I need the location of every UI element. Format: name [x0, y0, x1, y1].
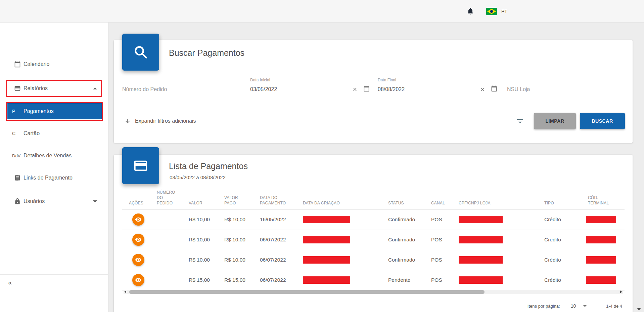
start-date-label: Data Inicial: [250, 78, 370, 84]
payments-table-body: R$ 10,00R$ 10,0016/05/2022ConfirmadoPOSC…: [122, 209, 625, 290]
caret-up-icon: [93, 87, 97, 89]
cell-cpf_cnpj_loja: [456, 209, 542, 230]
sidebar-item-calendario[interactable]: Calendário: [0, 56, 108, 72]
page-title: Buscar Pagamentos: [169, 48, 244, 58]
expand-filters-label: Expandir filtros adicionais: [135, 118, 196, 124]
redacted-value: [459, 276, 503, 284]
clear-start-date-icon[interactable]: [352, 86, 358, 92]
table-row: R$ 15,00R$ 15,0006/07/2022PendentePOSCré…: [122, 270, 625, 290]
cell-tipo: Crédito: [542, 209, 585, 230]
redacted-value: [586, 216, 616, 223]
column-header-cod_terminal: CÓD. TERMINAL: [585, 185, 625, 209]
cell-canal: POS: [428, 250, 456, 270]
start-date-input[interactable]: [250, 86, 349, 92]
arrow-down-icon: [124, 118, 131, 124]
scroll-left-arrow-icon[interactable]: [124, 290, 126, 293]
collapse-sidebar-button[interactable]: «: [8, 279, 12, 286]
search-payments-card: Buscar Pagamentos Data Inicial Data Fina…: [114, 40, 633, 143]
cartao-letter-icon: C: [12, 131, 21, 136]
cell-valor_pago: R$ 15,00: [222, 270, 257, 290]
cell-cod_terminal: [585, 230, 625, 250]
view-payment-button[interactable]: [132, 213, 144, 226]
cell-data_pagamento: 16/05/2022: [257, 209, 300, 230]
column-header-acoes: AÇÕES: [122, 185, 154, 209]
payments-table: AÇÕESNÚMERO DO PEDIDOVALORVALOR PAGODATA…: [122, 185, 625, 290]
cell-cpf_cnpj_loja: [456, 270, 542, 290]
cell-numero_pedido: [154, 250, 186, 270]
column-header-data_criacao: DATA DA CRIAÇÃO: [300, 185, 385, 209]
sidebar-item-pagamentos[interactable]: P Pagamentos: [7, 103, 102, 119]
end-date-input[interactable]: [378, 86, 477, 92]
sidebar-item-detalhes-de-vendas[interactable]: DdV Detalhes de Vendas: [0, 148, 108, 164]
list-date-range: 03/05/2022 a 08/08/2022: [170, 174, 226, 180]
cell-numero_pedido: [154, 270, 186, 290]
language-label[interactable]: PT: [501, 9, 507, 14]
cell-canal: POS: [428, 209, 456, 230]
notifications-bell-icon[interactable]: [466, 7, 474, 15]
cell-status: Confirmado: [385, 250, 428, 270]
cell-status: Pendente: [385, 270, 428, 290]
table-row: R$ 10,00R$ 10,0006/07/2022ConfirmadoPOSC…: [122, 250, 625, 270]
cell-cpf_cnpj_loja: [456, 250, 542, 270]
sidebar-item-label: Relatórios: [24, 85, 48, 91]
eye-icon: [135, 216, 142, 223]
cell-cod_terminal: [585, 250, 625, 270]
sidebar-item-links-de-pagamento[interactable]: Links de Pagamento: [0, 170, 108, 186]
cell-canal: POS: [428, 270, 456, 290]
order-number-input[interactable]: [122, 86, 240, 92]
cell-cod_terminal: [585, 270, 625, 290]
cell-valor: R$ 10,00: [186, 230, 222, 250]
sidebar-item-relatorios[interactable]: Relatórios: [0, 81, 108, 96]
column-header-numero_pedido: NÚMERO DO PEDIDO: [154, 185, 186, 209]
table-row: R$ 10,00R$ 10,0006/07/2022ConfirmadoPOSC…: [122, 230, 625, 250]
clear-button[interactable]: LIMPAR: [534, 113, 576, 129]
redacted-value: [586, 256, 616, 264]
topbar: PT: [0, 0, 644, 23]
items-per-page-select[interactable]: 10: [571, 303, 587, 309]
start-date-calendar-icon[interactable]: [363, 85, 370, 93]
list-card-tile: [122, 147, 159, 184]
cell-data_criacao: [300, 209, 385, 230]
cell-valor_pago: R$ 10,00: [222, 209, 257, 230]
pagination: Itens por página: 10 1-4 de 4: [527, 301, 622, 311]
page-scroll-down-arrow-icon[interactable]: [637, 308, 641, 310]
items-per-page-label: Itens por página:: [527, 304, 560, 309]
expand-filters-link[interactable]: Expandir filtros adicionais: [124, 117, 196, 125]
sidebar: Calendário Relatórios P Pagamentos C Car…: [0, 23, 108, 312]
redacted-value: [303, 216, 350, 223]
brazil-flag-icon[interactable]: [486, 8, 497, 15]
bell-icon: [466, 7, 474, 15]
horizontal-scrollbar[interactable]: [124, 290, 623, 294]
sidebar-item-label: Calendário: [24, 61, 49, 67]
cell-data_criacao: [300, 270, 385, 290]
end-date-calendar-icon[interactable]: [491, 85, 497, 93]
cell-tipo: Crédito: [542, 270, 585, 290]
redacted-value: [459, 236, 503, 243]
column-header-valor: VALOR: [186, 185, 222, 209]
order-number-field: [122, 84, 240, 95]
table-row: R$ 10,00R$ 10,0016/05/2022ConfirmadoPOSC…: [122, 209, 625, 230]
redacted-value: [303, 256, 350, 264]
table-header-row: AÇÕESNÚMERO DO PEDIDOVALORVALOR PAGODATA…: [122, 185, 625, 209]
redacted-value: [459, 256, 503, 264]
scroll-right-arrow-icon[interactable]: [620, 290, 622, 293]
nsu-input[interactable]: [507, 86, 625, 92]
cell-acoes: [122, 250, 154, 270]
sidebar-item-cartao[interactable]: C Cartão: [0, 125, 108, 142]
list-title: Lista de Pagamentos: [169, 161, 248, 171]
search-button[interactable]: BUSCAR: [580, 113, 625, 129]
items-per-page-value: 10: [571, 303, 576, 309]
pagamentos-letter-icon: P: [12, 109, 21, 114]
clear-end-date-icon[interactable]: [479, 86, 486, 92]
filter-icon[interactable]: [516, 117, 524, 126]
view-payment-button[interactable]: [132, 234, 144, 246]
sidebar-item-usuarios[interactable]: Usuários: [0, 193, 108, 209]
lock-icon: [13, 197, 21, 205]
eye-icon: [135, 257, 142, 263]
cell-valor_pago: R$ 10,00: [222, 230, 257, 250]
horizontal-scrollbar-thumb[interactable]: [129, 290, 485, 294]
view-payment-button[interactable]: [132, 274, 144, 286]
cell-data_pagamento: 06/07/2022: [257, 250, 300, 270]
view-payment-button[interactable]: [132, 254, 144, 266]
cell-cod_terminal: [585, 209, 625, 230]
